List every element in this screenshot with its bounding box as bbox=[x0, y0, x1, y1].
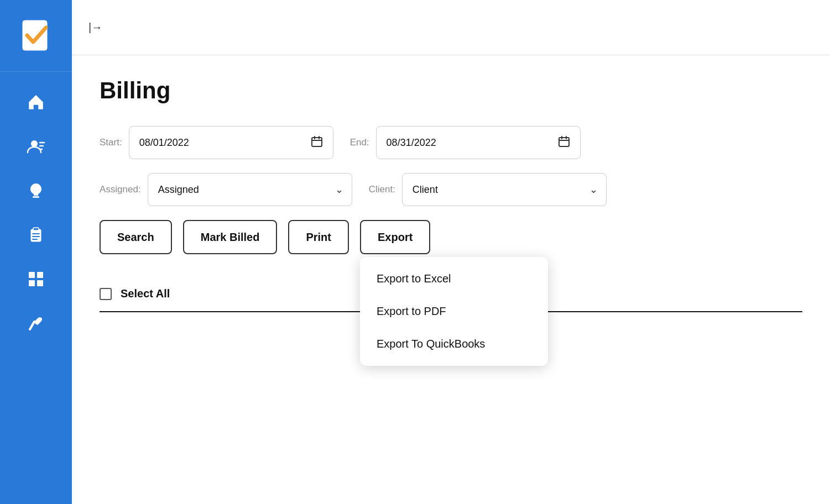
start-date-input[interactable]: 08/01/2022 bbox=[129, 126, 333, 159]
topbar: |→ bbox=[72, 0, 830, 55]
sidebar-item-home[interactable] bbox=[14, 83, 58, 122]
export-button[interactable]: Export bbox=[360, 220, 430, 254]
end-date-input[interactable]: 08/31/2022 bbox=[376, 126, 581, 159]
content-area: Billing Start: 08/01/2022 bbox=[72, 55, 830, 504]
main-content: |→ Billing Start: 08/01/2022 bbox=[72, 0, 830, 504]
contacts-icon bbox=[27, 137, 45, 156]
svg-rect-12 bbox=[37, 272, 43, 278]
end-date-value: 08/31/2022 bbox=[387, 137, 436, 149]
end-calendar-icon bbox=[558, 135, 570, 150]
end-label: End: bbox=[350, 137, 369, 148]
grid-icon bbox=[27, 270, 45, 288]
client-label: Client: bbox=[369, 184, 395, 195]
search-button[interactable]: Search bbox=[100, 220, 172, 254]
expand-icon[interactable]: |→ bbox=[88, 21, 102, 34]
svg-rect-14 bbox=[37, 280, 43, 286]
select-all-checkbox[interactable] bbox=[100, 288, 112, 300]
svg-rect-13 bbox=[29, 280, 35, 286]
sidebar-logo bbox=[0, 0, 72, 72]
svg-line-15 bbox=[30, 322, 34, 329]
lightbulb-icon bbox=[27, 181, 45, 200]
sidebar bbox=[0, 0, 72, 504]
svg-rect-5 bbox=[33, 196, 39, 198]
app-logo-icon bbox=[18, 18, 54, 54]
export-dropdown: Export to Excel Export to PDF Export To … bbox=[360, 257, 548, 366]
select-all-label: Select All bbox=[121, 287, 170, 300]
export-pdf-item[interactable]: Export to PDF bbox=[360, 295, 548, 328]
action-buttons-row: Search Mark Billed Print Export Export t… bbox=[100, 220, 802, 254]
print-button[interactable]: Print bbox=[288, 220, 349, 254]
client-group: Client: Client ⌄ bbox=[369, 173, 607, 206]
sidebar-nav bbox=[0, 72, 72, 343]
export-excel-item[interactable]: Export to Excel bbox=[360, 262, 548, 295]
clipboard-icon bbox=[27, 225, 45, 244]
page-title: Billing bbox=[100, 77, 802, 104]
sidebar-item-ideas[interactable] bbox=[14, 171, 58, 210]
assigned-group: Assigned: Assigned ⌄ bbox=[100, 173, 352, 206]
sidebar-item-contacts[interactable] bbox=[14, 127, 58, 166]
svg-rect-20 bbox=[559, 138, 569, 146]
client-select-wrapper: Client ⌄ bbox=[402, 173, 607, 206]
svg-point-1 bbox=[31, 140, 38, 147]
home-icon bbox=[27, 93, 45, 112]
assigned-select-wrapper: Assigned ⌄ bbox=[148, 173, 352, 206]
filter-row: Assigned: Assigned ⌄ Client: Client ⌄ bbox=[100, 173, 802, 206]
start-date-group: Start: 08/01/2022 bbox=[100, 126, 333, 159]
mark-billed-button[interactable]: Mark Billed bbox=[183, 220, 278, 254]
sidebar-item-clipboard[interactable] bbox=[14, 216, 58, 254]
start-label: Start: bbox=[100, 137, 122, 148]
sidebar-item-grid[interactable] bbox=[14, 260, 58, 298]
sidebar-item-tools[interactable] bbox=[14, 304, 58, 343]
svg-rect-11 bbox=[29, 272, 35, 278]
assigned-label: Assigned: bbox=[100, 184, 141, 195]
date-row: Start: 08/01/2022 End: bbox=[100, 126, 802, 159]
wrench-icon bbox=[27, 314, 45, 333]
export-quickbooks-item[interactable]: Export To QuickBooks bbox=[360, 328, 548, 360]
start-calendar-icon bbox=[311, 135, 323, 150]
start-date-value: 08/01/2022 bbox=[139, 137, 189, 149]
export-container: Export Export to Excel Export to PDF Exp… bbox=[360, 220, 430, 254]
svg-rect-16 bbox=[312, 138, 322, 146]
client-select[interactable]: Client bbox=[402, 173, 607, 206]
assigned-select[interactable]: Assigned bbox=[148, 173, 352, 206]
svg-rect-7 bbox=[33, 228, 39, 230]
end-date-group: End: 08/31/2022 bbox=[350, 126, 581, 159]
